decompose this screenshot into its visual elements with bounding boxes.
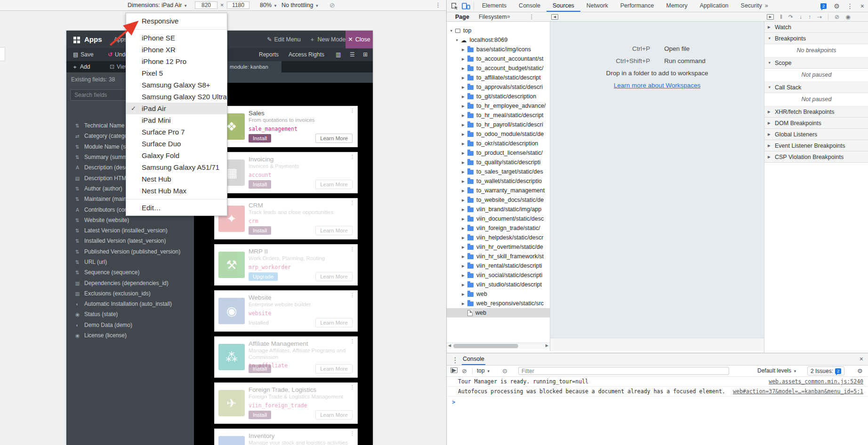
console-settings-gear-icon[interactable]: ⚙ xyxy=(857,367,863,374)
learn-more-button[interactable]: Learn More xyxy=(315,318,353,327)
console-sidebar-toggle-icon[interactable]: ▶ xyxy=(450,367,458,373)
live-expression-eye-icon[interactable]: ⊙ xyxy=(502,367,507,374)
install-button[interactable]: Upgrade xyxy=(249,272,278,281)
expander-icon[interactable] xyxy=(462,170,466,174)
install-button[interactable]: Install xyxy=(249,180,271,189)
show-debugger-sidebar-icon[interactable]: ▶ xyxy=(767,14,774,20)
device-menu-item[interactable]: ✓ Samsung Galaxy S20 Ultra xyxy=(126,91,227,103)
drawer-menu-icon[interactable]: ⋮ xyxy=(451,356,459,365)
field-item[interactable]: ⇅ Sequence (sequence) xyxy=(66,267,194,278)
card-kebab-icon[interactable]: ⋮ xyxy=(350,292,355,298)
access-rights-tab[interactable]: Access Rights xyxy=(289,48,324,61)
step-into-icon[interactable]: ↓ xyxy=(799,14,802,20)
device-menu-item[interactable]: ✓ Responsive xyxy=(126,15,227,27)
tree-item[interactable]: viin_brand/static/img/app xyxy=(447,205,550,214)
tree-item[interactable]: to_warranty_management xyxy=(447,186,550,195)
console-message-source-link[interactable]: web.assets_common.min.js:5240 xyxy=(769,378,863,385)
settings-gear-icon[interactable]: ⚙ xyxy=(834,2,840,10)
expander-icon[interactable] xyxy=(462,123,466,127)
tree-item[interactable]: viin_social/static/descripti xyxy=(447,270,550,280)
device-menu-item[interactable]: ✓ Pixel 5 xyxy=(126,67,227,79)
device-menu-item[interactable]: ✓ iPhone 12 Pro xyxy=(126,56,227,67)
tree-item[interactable]: to_git/static/description xyxy=(447,92,550,101)
learn-more-button[interactable]: Learn More xyxy=(315,272,353,281)
tree-item[interactable]: ☁ localhost:8069 xyxy=(447,35,550,45)
card-kebab-icon[interactable]: ⋮ xyxy=(350,200,355,206)
studio-close-button[interactable]: ✕Close xyxy=(346,31,373,48)
new-model-button[interactable]: ＋New Model xyxy=(309,31,347,48)
debugger-section-header[interactable]: CSP Violation Breakpoints xyxy=(764,151,868,163)
device-menu-item[interactable]: ✓ xyxy=(126,29,227,30)
tree-item[interactable]: to_okr/static/description xyxy=(447,139,550,148)
height-input[interactable] xyxy=(227,1,249,9)
expander-icon[interactable] xyxy=(462,226,466,230)
tree-item[interactable]: to_hr_payroll/static/descri xyxy=(447,120,550,129)
expander-icon[interactable] xyxy=(462,160,466,165)
devtools-tab[interactable]: Memory xyxy=(660,0,693,12)
install-button[interactable]: Installed xyxy=(249,318,273,327)
debugger-section-header[interactable]: XHR/fetch Breakpoints xyxy=(764,106,868,118)
tree-item[interactable]: viin_helpdesk/static/descr xyxy=(447,233,550,242)
tree-item[interactable]: to_approvals/static/descri xyxy=(447,82,550,92)
field-item[interactable]: ⇅ Latest Version (installed_version) xyxy=(66,225,194,236)
devtools-tab[interactable]: Network xyxy=(580,0,614,12)
install-button[interactable]: Install xyxy=(249,411,271,419)
issues-button[interactable]: 2 Issues: 2 xyxy=(807,366,844,375)
module-kanban-tab[interactable]: module: kanban xyxy=(225,61,281,72)
install-button[interactable]: Install xyxy=(249,226,271,235)
device-menu-item[interactable]: ✓ Nest Hub Max xyxy=(126,185,227,197)
learn-more-button[interactable]: Learn More xyxy=(315,134,353,143)
expander-icon[interactable] xyxy=(462,113,466,118)
step-over-icon[interactable]: ↷ xyxy=(788,14,793,20)
device-menu-item[interactable]: ✓ Galaxy Fold xyxy=(126,150,227,161)
add-tab[interactable]: ＋Add xyxy=(72,61,90,72)
field-item[interactable]: ▥ Dependencies (dependencies_id) xyxy=(66,278,194,288)
expander-icon[interactable] xyxy=(462,66,466,71)
save-button[interactable]: ▤Save xyxy=(73,48,94,61)
tree-item[interactable]: to_quality/static/descripti xyxy=(447,158,550,167)
navigator-tab[interactable]: Page xyxy=(450,14,474,20)
field-item[interactable]: ⇅ Published Version (published_version) xyxy=(66,246,194,257)
console-tab[interactable]: Console xyxy=(462,353,485,365)
devtools-tab[interactable]: Console xyxy=(513,0,547,12)
pause-on-exceptions-icon[interactable]: ◉ xyxy=(845,14,850,20)
tree-item[interactable]: viin_rental/static/descripti xyxy=(447,261,550,270)
field-item[interactable]: ◉ License (license) xyxy=(66,330,194,341)
throttling-select[interactable]: No throttling▼ xyxy=(281,0,319,11)
expander-icon[interactable] xyxy=(462,302,466,306)
debugger-section-header[interactable]: Call Stack xyxy=(764,82,868,93)
odoo-menu-apps[interactable]: Apps xyxy=(114,31,127,48)
tree-item[interactable]: to_wallet/static/descriptio xyxy=(447,176,550,186)
expander-icon[interactable] xyxy=(450,29,454,33)
tree-item[interactable]: top xyxy=(447,26,550,35)
step-icon[interactable]: ⇢ xyxy=(817,14,822,20)
card-kebab-icon[interactable]: ⋮ xyxy=(350,108,355,114)
expander-icon[interactable] xyxy=(462,189,466,193)
expander-icon[interactable] xyxy=(462,104,466,108)
tree-item[interactable]: viin_document/static/desc xyxy=(447,214,550,223)
device-toolbar-menu-icon[interactable]: ⋮ xyxy=(435,0,441,10)
kanban-card-view-icon[interactable]: ▥ xyxy=(336,48,341,61)
devtools-tab[interactable]: Application xyxy=(693,0,734,12)
tree-item[interactable]: base/static/img/icons xyxy=(447,45,550,54)
card-kebab-icon[interactable]: ⋮ xyxy=(350,246,355,252)
expander-icon[interactable] xyxy=(462,132,466,136)
tree-item[interactable]: to_hr_employee_advance/ xyxy=(447,101,550,111)
field-item[interactable]: ▥ Exclusions (exclusion_ids) xyxy=(66,288,194,299)
field-item[interactable]: ⇅ Installed Version (latest_version) xyxy=(66,236,194,246)
device-menu-item[interactable]: ✓ iPad Mini xyxy=(126,114,227,126)
navigator-more-tabs-icon[interactable]: » xyxy=(502,13,515,20)
more-tabs-icon[interactable]: » xyxy=(765,0,768,11)
tree-item[interactable]: viin_studio/static/descript xyxy=(447,280,550,289)
workspaces-link[interactable]: Learn more about Workspaces xyxy=(550,82,764,89)
expander-icon[interactable] xyxy=(462,198,466,202)
reports-tab[interactable]: Reports xyxy=(259,48,279,61)
tree-item[interactable]: viin_foreign_trade/static/ xyxy=(447,223,550,233)
expander-icon[interactable] xyxy=(455,38,460,42)
device-menu-item[interactable]: ✓ iPad Air xyxy=(126,103,227,114)
scroll-left-icon[interactable]: ◀ xyxy=(448,343,451,348)
clear-console-icon[interactable]: ⊘ xyxy=(462,367,467,374)
expander-icon[interactable] xyxy=(462,95,466,99)
tree-item[interactable]: to_odoo_module/static/de xyxy=(447,129,550,139)
expander-icon[interactable] xyxy=(462,57,466,61)
